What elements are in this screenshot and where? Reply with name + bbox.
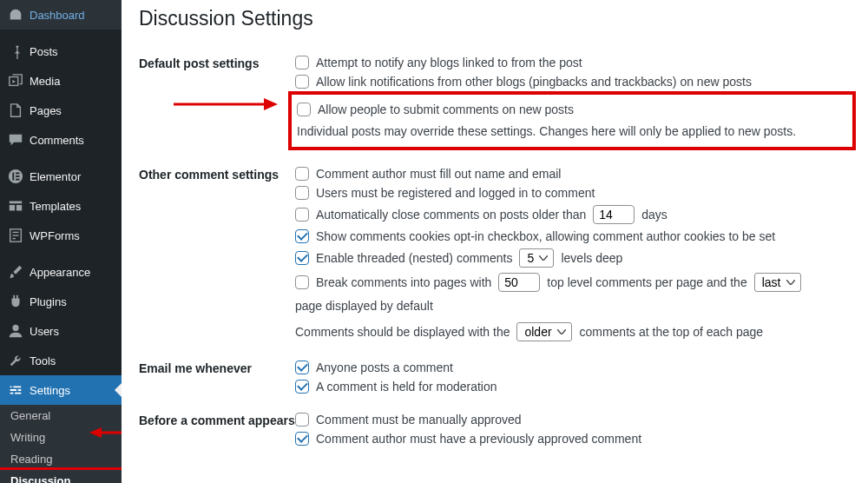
checkbox-input[interactable] [295, 275, 309, 289]
sidebar-item-settings[interactable]: Settings [0, 375, 122, 405]
gauge-icon [7, 6, 24, 23]
checkbox-input[interactable] [295, 75, 309, 89]
section-heading-other-comment: Other comment settings [139, 164, 295, 182]
checkbox-input[interactable] [295, 167, 309, 181]
sliders-icon [7, 381, 24, 399]
section-heading-default-post: Default post settings [139, 53, 295, 70]
annotation-highlight-box: Allow people to submit comments on new p… [288, 91, 856, 150]
user-icon [7, 322, 24, 340]
page-icon [7, 102, 24, 119]
brush-icon [7, 263, 24, 281]
sidebar-item-plugins[interactable]: Plugins [0, 287, 122, 316]
checkbox-paginate-comments[interactable]: Break comments into pages with top level… [295, 270, 851, 315]
sidebar-item-label: Dashboard [30, 9, 85, 22]
section-heading-email-me: Email me whenever [139, 358, 295, 375]
page-title: Discussion Settings [139, 0, 851, 34]
checkbox-manually-approved[interactable]: Comment must be manually approved [295, 410, 851, 429]
sidebar-item-templates[interactable]: Templates [0, 191, 122, 221]
sidebar-item-wpforms[interactable]: WPForms [0, 221, 122, 250]
checkbox-input[interactable] [295, 251, 309, 265]
svg-rect-5 [16, 179, 20, 181]
sidebar-item-media[interactable]: Media [0, 66, 122, 96]
checkbox-cookies-optin[interactable]: Show comments cookies opt-in checkbox, a… [295, 227, 851, 246]
sidebar-item-elementor[interactable]: Elementor [0, 162, 122, 191]
sidebar-item-label: Tools [30, 354, 56, 367]
sidebar-sub-general[interactable]: General [0, 405, 122, 427]
sidebar-item-label: Pages [30, 104, 62, 117]
sidebar-item-label: Appearance [30, 266, 90, 279]
sidebar-item-label: Settings [30, 384, 70, 397]
svg-rect-2 [12, 173, 14, 181]
checkbox-input[interactable] [295, 380, 309, 394]
checkbox-notify-linked-blogs[interactable]: Attempt to notify any blogs linked to fr… [295, 53, 851, 72]
row-comment-order: Comments should be displayed with the ol… [295, 315, 851, 344]
sidebar-item-label: Templates [30, 200, 81, 213]
default-post-note: Individual posts may override these sett… [297, 119, 845, 142]
sidebar-item-label: Users [30, 325, 59, 338]
checkbox-input[interactable] [295, 186, 309, 200]
sidebar-item-posts[interactable]: Posts [0, 36, 122, 66]
checkbox-name-email[interactable]: Comment author must fill out name and em… [295, 164, 851, 183]
select-comment-order[interactable]: older [516, 322, 572, 341]
sidebar-sub-discussion[interactable]: Discussion [0, 467, 122, 483]
elementor-icon [7, 168, 24, 185]
sidebar-item-tools[interactable]: Tools [0, 346, 122, 375]
sidebar-item-label: Posts [30, 45, 58, 58]
checkbox-input[interactable] [295, 229, 309, 243]
checkbox-registered-to-comment[interactable]: Users must be registered and logged in t… [295, 183, 851, 202]
checkbox-input[interactable] [295, 56, 309, 69]
checkbox-input[interactable] [295, 208, 309, 222]
checkbox-email-held-moderation[interactable]: A comment is held for moderation [295, 377, 851, 396]
comment-icon [7, 131, 24, 149]
sidebar-item-pages[interactable]: Pages [0, 96, 122, 125]
checkbox-allow-pingbacks[interactable]: Allow link notifications from other blog… [295, 72, 851, 91]
pin-icon [7, 43, 24, 60]
checkbox-input[interactable] [295, 413, 309, 427]
plug-icon [7, 293, 24, 310]
checkbox-email-anyone-posts[interactable]: Anyone posts a comment [295, 358, 851, 377]
checkbox-input[interactable] [297, 103, 311, 116]
sidebar-item-label: Comments [30, 134, 84, 147]
sidebar-item-dashboard[interactable]: Dashboard [0, 0, 122, 30]
select-default-page[interactable]: last [754, 273, 801, 292]
svg-point-10 [12, 325, 18, 331]
sidebar-item-users[interactable]: Users [0, 316, 122, 346]
sidebar-item-appearance[interactable]: Appearance [0, 257, 122, 287]
checkbox-allow-comments[interactable]: Allow people to submit comments on new p… [297, 100, 845, 119]
checkbox-threaded-comments[interactable]: Enable threaded (nested) comments 5 leve… [295, 246, 851, 270]
wrench-icon [7, 352, 24, 369]
settings-content: Discussion Settings Default post setting… [122, 0, 868, 483]
checkbox-previously-approved[interactable]: Comment author must have a previously ap… [295, 429, 851, 448]
svg-rect-3 [16, 173, 20, 175]
checkbox-autoclose-comments[interactable]: Automatically close comments on posts ol… [295, 202, 851, 227]
sidebar-sub-writing[interactable]: Writing [0, 427, 122, 448]
media-icon [7, 72, 24, 89]
sidebar-item-label: Plugins [30, 295, 67, 308]
svg-rect-4 [16, 175, 20, 177]
admin-sidebar: Dashboard Posts Media Pages Comments Ele… [0, 0, 122, 483]
input-autoclose-days[interactable] [593, 205, 635, 224]
wpforms-icon [7, 227, 24, 244]
section-heading-before-appears: Before a comment appears [139, 410, 295, 427]
sidebar-item-label: Media [30, 75, 60, 88]
select-threaded-levels[interactable]: 5 [519, 248, 554, 268]
checkbox-input[interactable] [295, 361, 309, 374]
templates-icon [7, 197, 24, 215]
checkbox-input[interactable] [295, 432, 309, 446]
sidebar-item-label: Elementor [30, 170, 81, 183]
sidebar-item-label: WPForms [30, 229, 80, 242]
input-comments-per-page[interactable] [498, 273, 540, 292]
sidebar-item-comments[interactable]: Comments [0, 125, 122, 155]
